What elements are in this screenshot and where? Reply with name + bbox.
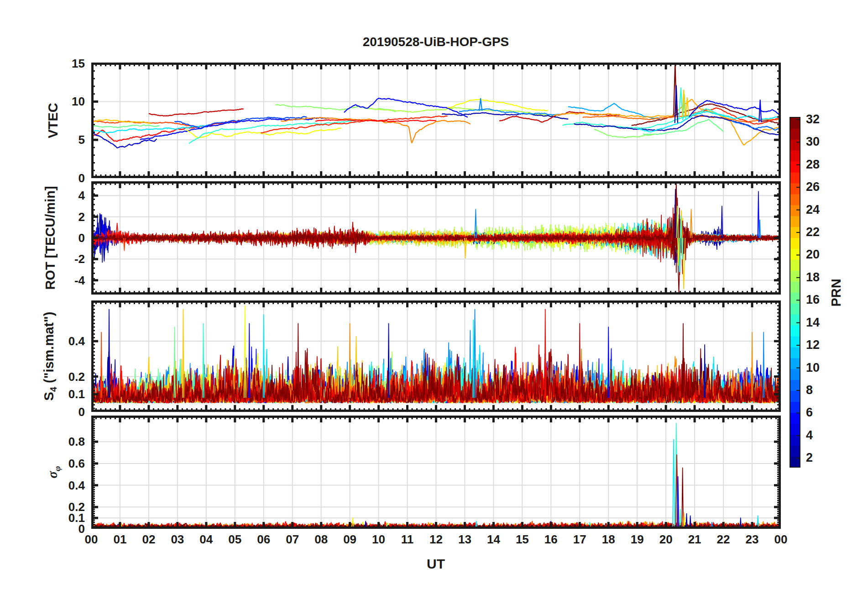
colorbar-tick-label: 32: [806, 113, 838, 126]
y-tick-label-vtec: 15: [53, 58, 85, 69]
y-tick-label-sigma-phi: 0.8: [53, 436, 85, 448]
s4-panel-canvas: [91, 300, 781, 412]
colorbar-tick-label: 10: [806, 362, 838, 374]
sigma-phi-y-axis-label: σφ: [45, 466, 63, 478]
y-tick-label-rot: -4: [53, 274, 85, 286]
y-tick-label-sigma-phi: 0.2: [53, 501, 85, 513]
y-axis-label-part: φ: [52, 466, 62, 471]
s4-y-axis-label: S4 ("ism.mat"): [42, 312, 59, 401]
y-axis-label-part: VTEC: [46, 103, 60, 138]
colorbar: [788, 115, 802, 469]
y-tick-label-rot: 0: [53, 232, 85, 244]
y-axis-label-part: S: [42, 392, 56, 400]
colorbar-tick-label: 2: [806, 452, 838, 464]
y-axis-label-part: 4: [48, 387, 58, 392]
colorbar-tick-label: 6: [806, 406, 838, 419]
y-axis-label-part: σ: [45, 471, 60, 479]
colorbar-tick-label: 12: [806, 339, 838, 351]
colorbar-tick-label: 30: [806, 136, 838, 148]
y-tick-label-rot: 4: [53, 190, 85, 201]
colorbar-tick-label: 4: [806, 429, 838, 442]
colorbar-tick-label: 20: [806, 248, 838, 261]
y-tick-label-sigma-phi: 0.1: [53, 512, 85, 524]
colorbar-tick-label: 8: [806, 384, 838, 396]
y-tick-label-vtec: 0: [53, 172, 85, 184]
figure: 20190528-UiB-HOP-GPS 051015VTEC-4-2024RO…: [0, 0, 868, 590]
y-tick-label-sigma-phi: 0.4: [53, 479, 85, 491]
x-tick-label: 00: [763, 533, 799, 545]
figure-title: 20190528-UiB-HOP-GPS: [363, 35, 509, 49]
colorbar-tick-label: 28: [806, 158, 838, 171]
vtec-panel-canvas: [91, 63, 781, 178]
colorbar-tick-label: 14: [806, 316, 838, 329]
vtec-y-axis-label: VTEC: [46, 103, 61, 138]
rot-y-axis-label: ROT [TECU/min]: [43, 186, 58, 290]
x-axis-label: UT: [427, 556, 445, 572]
y-axis-label-part: ("ism.mat"): [42, 312, 56, 387]
rot-panel-canvas: [91, 181, 781, 295]
colorbar-tick-label: 26: [806, 181, 838, 193]
colorbar-tick-label: 24: [806, 204, 838, 216]
colorbar-axis-label: PRN: [829, 279, 844, 306]
y-tick-label-rot: 2: [53, 211, 85, 223]
y-axis-label-part: ROT [TECU/min]: [43, 186, 58, 290]
sigma-phi-panel-canvas: [91, 416, 781, 529]
y-tick-label-rot: -2: [53, 253, 85, 265]
colorbar-tick-label: 22: [806, 226, 838, 238]
y-tick-label-s4: 0: [53, 406, 85, 418]
